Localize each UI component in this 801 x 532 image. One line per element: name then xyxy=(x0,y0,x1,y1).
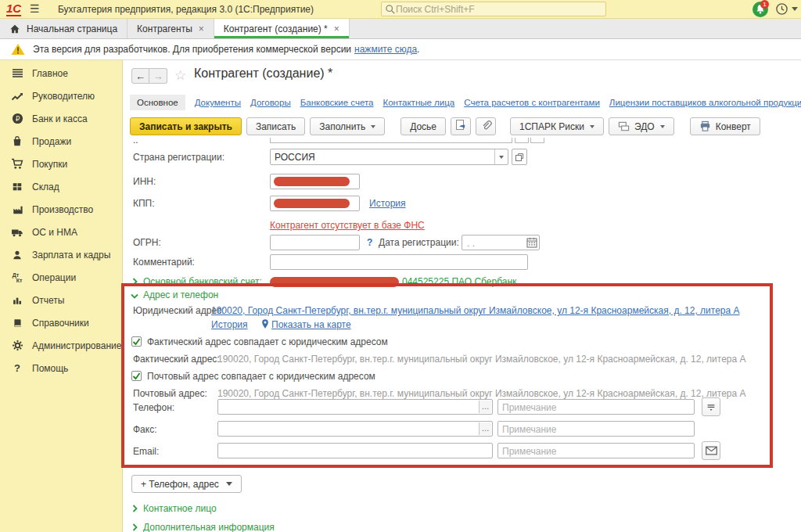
sidebar-item-rukovoditelyu[interactable]: Руководителю xyxy=(0,84,122,107)
chevron-right-icon[interactable] xyxy=(131,523,138,531)
envelope-print-button[interactable]: Конверт xyxy=(690,117,760,135)
post-address-checkbox-label[interactable]: Почтовый адрес совпадает с юридическим а… xyxy=(147,371,375,382)
partial-button[interactable] xyxy=(515,138,529,143)
comment-input[interactable] xyxy=(270,254,528,270)
fact-address-checkbox-label[interactable]: Фактический адрес совпадает с юридически… xyxy=(147,336,388,347)
form-tab-licenses[interactable]: Лицензии поставщиков алкогольной продукц… xyxy=(609,98,801,107)
history-button[interactable] xyxy=(775,2,788,16)
edo-button[interactable]: ЭДО xyxy=(609,117,674,135)
partial-field[interactable] xyxy=(270,138,512,143)
additional-info-section[interactable]: Дополнительная информация xyxy=(143,522,275,532)
ogrn-input[interactable] xyxy=(270,235,360,250)
global-search[interactable] xyxy=(381,2,606,16)
tab-home[interactable]: Начальная страница xyxy=(0,19,128,38)
back-button[interactable]: ← xyxy=(131,68,149,84)
show-on-map-link[interactable]: Показать на карте xyxy=(271,319,351,330)
save-close-button[interactable]: Записать и закрыть xyxy=(130,117,242,135)
close-icon[interactable]: × xyxy=(199,23,204,34)
form-tab-dokumenty[interactable]: Документы xyxy=(195,98,241,107)
sidebar-item-operacii[interactable]: ДтКт Операции xyxy=(0,266,122,289)
fax-note-input[interactable] xyxy=(497,421,695,437)
country-combo[interactable]: РОССИЯ xyxy=(270,149,508,165)
sidebar-item-administrirovanie[interactable]: Администрирование xyxy=(0,334,122,357)
country-dropdown[interactable] xyxy=(494,149,508,164)
add-phone-address-button[interactable]: + Телефон, адрес xyxy=(131,475,242,493)
ellipsis-icon[interactable]: … xyxy=(479,401,491,413)
sidebar-item-pomosch[interactable]: ? Помощь xyxy=(0,357,122,379)
ellipsis-icon[interactable]: … xyxy=(479,422,491,435)
favorite-star-icon[interactable]: ☆ xyxy=(174,67,186,84)
chevron-right-icon[interactable] xyxy=(131,505,138,512)
sidebar-item-pokupki[interactable]: Покупки xyxy=(0,153,122,175)
kpp-history-link[interactable]: История xyxy=(369,198,406,209)
chevron-down-icon[interactable] xyxy=(792,7,798,11)
send-email-button[interactable] xyxy=(702,441,720,460)
tab-label: Контрагенты xyxy=(137,23,192,34)
question-icon: ? xyxy=(10,361,24,375)
check-icon xyxy=(132,372,141,380)
form-tab-dogovory[interactable]: Договоры xyxy=(250,98,291,107)
sidebar-item-prodazhi[interactable]: Продажи xyxy=(0,130,122,153)
fax-input[interactable]: … xyxy=(217,421,493,437)
sidebar-item-bank-kassa[interactable]: ₽ Банк и касса xyxy=(0,107,122,130)
debit-credit-icon: ДтКт xyxy=(10,271,24,284)
tab-kontragenty[interactable]: Контрагенты × xyxy=(128,19,214,38)
chevron-down-icon[interactable] xyxy=(131,293,138,300)
main-menu-icon[interactable]: ☰ xyxy=(30,2,40,15)
bag-icon xyxy=(10,135,24,148)
form-tab-contacts[interactable]: Контактные лица xyxy=(383,98,454,107)
paperclip-icon xyxy=(480,120,492,134)
kpp-label: КПП: xyxy=(133,198,155,209)
email-note-input[interactable] xyxy=(497,443,695,458)
tab-kontragent-create[interactable]: Контрагент (создание) * × xyxy=(214,19,350,38)
report-button[interactable] xyxy=(451,117,471,135)
spark-risks-button[interactable]: 1СПАРК Риски xyxy=(510,117,604,135)
fact-address-checkbox[interactable] xyxy=(131,336,142,347)
bank-account-section[interactable]: Основной банковский счет: xyxy=(143,276,262,287)
legal-address-history-link[interactable]: История xyxy=(211,319,248,330)
sidebar-item-spravochniki[interactable]: Справочники xyxy=(0,311,122,334)
phone-input[interactable]: … xyxy=(217,399,493,415)
close-icon[interactable]: × xyxy=(334,23,339,34)
forward-button[interactable]: → xyxy=(149,68,167,84)
notifications-button[interactable]: 1 xyxy=(753,2,768,17)
partial-button[interactable] xyxy=(530,138,544,143)
check-icon xyxy=(132,338,141,346)
sidebar-item-sklad[interactable]: Склад xyxy=(0,175,122,198)
sidebar-item-glavnoe[interactable]: Главное xyxy=(0,62,122,84)
phone-note-input[interactable] xyxy=(497,399,695,415)
section-panel: Главное Руководителю ₽ Банк и касса Прод… xyxy=(0,60,123,532)
fns-warning-link[interactable]: Контрагент отсутствует в базе ФНС xyxy=(270,220,425,231)
search-input[interactable] xyxy=(396,4,602,15)
ogrn-hint[interactable]: ? xyxy=(367,237,372,248)
chevron-right-icon[interactable] xyxy=(131,278,138,286)
contact-person-section[interactable]: Контактное лицо xyxy=(143,503,217,514)
save-button[interactable]: Записать xyxy=(246,117,305,135)
attachment-button[interactable] xyxy=(476,117,496,135)
title-bar: 1С ☰ Бухгалтерия предприятия, редакция 3… xyxy=(0,0,801,19)
form-tab-bank-accounts[interactable]: Банковские счета xyxy=(300,98,374,107)
post-address-checkbox[interactable] xyxy=(131,371,142,381)
phone-list-button[interactable] xyxy=(702,397,720,416)
sidebar-item-proizvodstvo[interactable]: Производство xyxy=(0,198,122,221)
address-phone-section[interactable]: Адрес и телефон xyxy=(143,289,218,300)
clock-icon xyxy=(775,2,788,16)
dossier-button[interactable]: Досье xyxy=(400,117,446,135)
sidebar-item-otchety[interactable]: Отчеты xyxy=(0,289,122,311)
legal-address-link[interactable]: 190020, Город Санкт-Петербург, вн.тер.г.… xyxy=(211,305,740,316)
regdate-input[interactable]: . . xyxy=(462,235,540,250)
sidebar-item-os-nma[interactable]: ОС и НМА xyxy=(0,221,122,243)
country-open-button[interactable] xyxy=(512,149,527,165)
calendar-icon[interactable] xyxy=(526,237,537,251)
email-input[interactable] xyxy=(217,443,493,458)
fill-button[interactable]: Заполнить xyxy=(310,117,385,135)
form-tab-settlement-accounts[interactable]: Счета расчетов с контрагентами xyxy=(464,98,600,107)
home-icon xyxy=(9,23,20,34)
1c-logo[interactable]: 1С xyxy=(6,2,21,16)
form-tab-osnovnoe[interactable]: Основное xyxy=(130,95,185,110)
sidebar-item-zarplata-kadry[interactable]: Зарплата и кадры xyxy=(0,243,122,266)
cart-icon xyxy=(10,157,24,171)
buy-version-link[interactable]: нажмите сюда xyxy=(354,44,417,55)
bar-chart-icon xyxy=(10,293,24,307)
chevron-down-icon xyxy=(499,156,504,159)
